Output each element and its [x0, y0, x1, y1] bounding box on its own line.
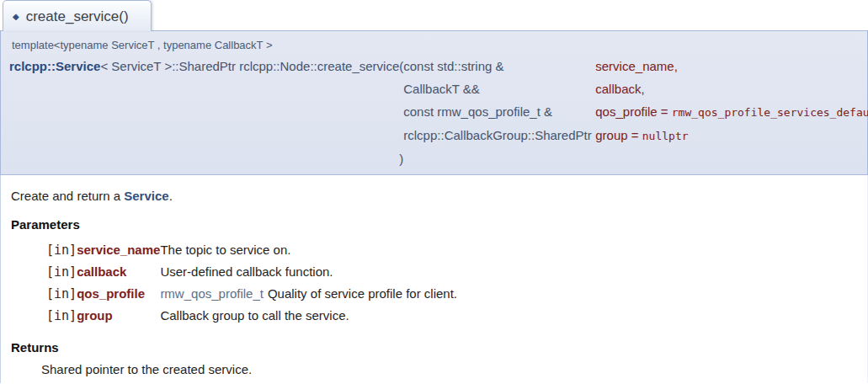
equals-sign: =: [661, 104, 668, 119]
param-name: callback: [77, 261, 160, 283]
description-period: .: [169, 189, 173, 203]
function-title-label: create_service(): [26, 8, 129, 24]
param-default-value: rmw_qos_profile_services_default: [672, 106, 868, 119]
function-title-tab: ◆create_service(): [3, 0, 152, 31]
param-name: group: [77, 305, 160, 327]
returns-text: Shared pointer to the created service.: [41, 362, 859, 376]
returns-heading: Returns: [11, 340, 859, 355]
param-description: User-defined callback function.: [160, 261, 457, 283]
function-prototype-panel: template<typename ServiceT , typename Ca…: [0, 30, 868, 175]
signature-table: rclcpp::Service< ServiceT >::SharedPtr r…: [9, 55, 868, 170]
param-name-text: service_name: [595, 59, 674, 73]
param-direction: [in]: [46, 283, 77, 305]
returns-section: Returns Shared pointer to the created se…: [9, 340, 859, 376]
parameters-heading: Parameters: [11, 217, 859, 232]
param-name-text: qos_profile: [595, 104, 657, 119]
param-direction: [in]: [46, 261, 77, 283]
param-description: rmw_qos_profile_tQuality of service prof…: [160, 283, 457, 305]
return-type-and-name: rclcpp::Service< ServiceT >::SharedPtr r…: [9, 55, 399, 77]
param-name: group = nullptr: [595, 124, 868, 147]
close-paren: ): [399, 147, 403, 170]
param-direction: [in]: [46, 239, 77, 261]
parameter-row: [in] callback User-defined callback func…: [46, 261, 457, 283]
function-doc-block: ◆create_service() template<typename Serv…: [0, 0, 868, 383]
param-description: Callback group to call the service.: [160, 305, 457, 327]
param-type: rclcpp::CallbackGroup::SharedPtr: [403, 124, 595, 147]
param-name-text: group: [595, 128, 627, 142]
signature-row: CallbackT && callback,: [9, 77, 868, 100]
param-name: service_name: [77, 239, 160, 261]
param-description-text: Quality of service profile for client.: [268, 286, 457, 301]
return-type-link[interactable]: rclcpp::Service: [9, 59, 100, 73]
service-class-link[interactable]: Service: [124, 189, 168, 203]
function-brief-description: Create and return a Service.: [11, 189, 859, 203]
equals-sign: =: [631, 128, 639, 142]
parameters-section: Parameters [in] service_name The topic t…: [9, 217, 859, 327]
parameters-list: [in] service_name The topic to service o…: [46, 239, 859, 327]
signature-row: rclcpp::Service< ServiceT >::SharedPtr r…: [9, 55, 868, 77]
description-text: Create and return a: [11, 189, 124, 203]
rmw-qos-profile-type-link[interactable]: rmw_qos_profile_t: [160, 286, 264, 301]
param-type: CallbackT &&: [403, 77, 595, 100]
param-description: The topic to service on.: [160, 239, 457, 261]
parameter-row: [in] service_name The topic to service o…: [46, 239, 457, 261]
signature-row: rclcpp::CallbackGroup::SharedPtr group =…: [9, 124, 868, 147]
signature-row: ): [9, 147, 868, 170]
param-default-value: nullptr: [642, 130, 689, 142]
param-type: const std::string &: [403, 55, 595, 77]
param-name: qos_profile: [77, 283, 160, 305]
function-qualified-name: < ServiceT >::SharedPtr rclcpp::Node::cr…: [100, 59, 399, 73]
parameter-row: [in] qos_profile rmw_qos_profile_tQualit…: [46, 283, 457, 305]
function-documentation-body: Create and return a Service. Parameters …: [0, 175, 868, 383]
param-direction: [in]: [46, 305, 77, 327]
param-separator: ,: [674, 59, 678, 73]
param-name: qos_profile = rmw_qos_profile_services_d…: [595, 100, 868, 124]
param-name: service_name,: [595, 55, 868, 77]
param-separator: ,: [641, 82, 644, 96]
param-type: const rmw_qos_profile_t &: [403, 100, 595, 124]
param-name-text: callback: [595, 82, 641, 96]
parameter-row: [in] group Callback group to call the se…: [46, 305, 457, 327]
parameters-table: [in] service_name The topic to service o…: [46, 239, 457, 327]
permalink-diamond-icon[interactable]: ◆: [13, 12, 19, 21]
signature-row: const rmw_qos_profile_t & qos_profile = …: [9, 100, 868, 124]
param-name: callback,: [595, 77, 868, 100]
template-declaration: template<typename ServiceT , typename Ca…: [9, 37, 859, 55]
